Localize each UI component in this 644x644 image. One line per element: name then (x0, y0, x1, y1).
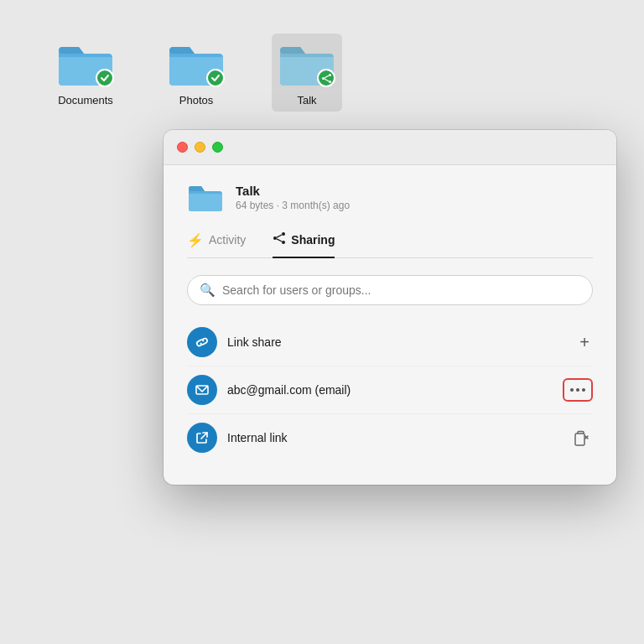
share-left-email: abc@gmail.com (email) (187, 375, 351, 405)
folder-icon-wrap-talk (277, 39, 337, 89)
folder-photos[interactable]: Photos (161, 34, 231, 112)
sharing-icon (273, 231, 286, 248)
tab-activity[interactable]: ⚡ Activity (187, 231, 246, 258)
search-icon: 🔍 (200, 283, 216, 298)
modal-content: Talk 64 bytes · 3 month(s) ago ⚡ Activit… (164, 165, 616, 485)
photos-label: Photos (179, 94, 213, 106)
minimize-button[interactable] (195, 142, 205, 153)
share-left-link: Link share (187, 327, 282, 357)
clipboard-button[interactable] (569, 426, 593, 449)
more-dot-1 (570, 388, 574, 392)
folder-documents[interactable]: Documents (50, 34, 121, 112)
more-dot-3 (582, 388, 585, 392)
search-input[interactable] (222, 283, 580, 297)
share-row-internal: Internal link (187, 414, 593, 461)
tab-activity-label: Activity (209, 233, 246, 247)
talk-label: Talk (297, 94, 316, 106)
folder-talk[interactable]: Talk (272, 34, 342, 112)
svg-line-4 (325, 79, 329, 81)
more-options-button[interactable] (563, 378, 593, 402)
tab-sharing[interactable]: Sharing (273, 231, 335, 258)
svg-point-0 (329, 74, 331, 76)
svg-line-11 (201, 433, 207, 439)
share-list: Link share + abc@gmail.com (ema (187, 319, 593, 461)
link-avatar (187, 327, 217, 357)
share-left-internal: Internal link (187, 423, 288, 453)
folder-icon-wrap-documents (55, 39, 116, 89)
svg-point-1 (329, 80, 331, 83)
link-share-action[interactable]: + (576, 330, 593, 354)
tab-sharing-label: Sharing (291, 233, 335, 247)
modal-titlebar (164, 130, 616, 165)
close-button[interactable] (177, 142, 188, 153)
desktop-icons: Documents Photos (0, 0, 392, 145)
link-share-label: Link share (227, 335, 282, 349)
file-meta: 64 bytes · 3 month(s) ago (236, 200, 350, 211)
talk-badge (317, 69, 335, 87)
documents-badge (96, 69, 114, 87)
svg-point-2 (322, 77, 325, 80)
email-avatar (187, 375, 217, 405)
svg-rect-12 (575, 434, 584, 445)
activity-icon: ⚡ (187, 232, 204, 248)
svg-line-9 (277, 239, 282, 242)
modal-window: Talk 64 bytes · 3 month(s) ago ⚡ Activit… (164, 130, 616, 485)
svg-point-7 (273, 236, 277, 240)
more-dot-2 (576, 388, 579, 392)
svg-point-6 (282, 241, 285, 244)
internal-link-action[interactable] (569, 426, 593, 449)
file-folder-icon (187, 182, 224, 213)
svg-point-5 (282, 232, 285, 236)
file-details: Talk 64 bytes · 3 month(s) ago (236, 184, 350, 211)
folder-icon-wrap-photos (166, 39, 226, 89)
file-info: Talk 64 bytes · 3 month(s) ago (187, 182, 593, 213)
email-share-label: abc@gmail.com (email) (227, 383, 351, 397)
internal-avatar (187, 423, 217, 453)
internal-link-label: Internal link (227, 431, 288, 444)
email-share-action[interactable] (563, 378, 593, 402)
share-row-email: abc@gmail.com (email) (187, 366, 593, 414)
photos-badge (206, 69, 225, 87)
file-name: Talk (236, 184, 350, 198)
share-row-link: Link share + (187, 319, 593, 366)
svg-line-3 (325, 75, 329, 78)
svg-line-8 (277, 235, 282, 237)
plus-button[interactable]: + (576, 330, 593, 354)
maximize-button[interactable] (212, 142, 223, 153)
tabs: ⚡ Activity Sharing (187, 231, 593, 258)
documents-label: Documents (58, 94, 113, 106)
search-bar[interactable]: 🔍 (187, 275, 593, 305)
